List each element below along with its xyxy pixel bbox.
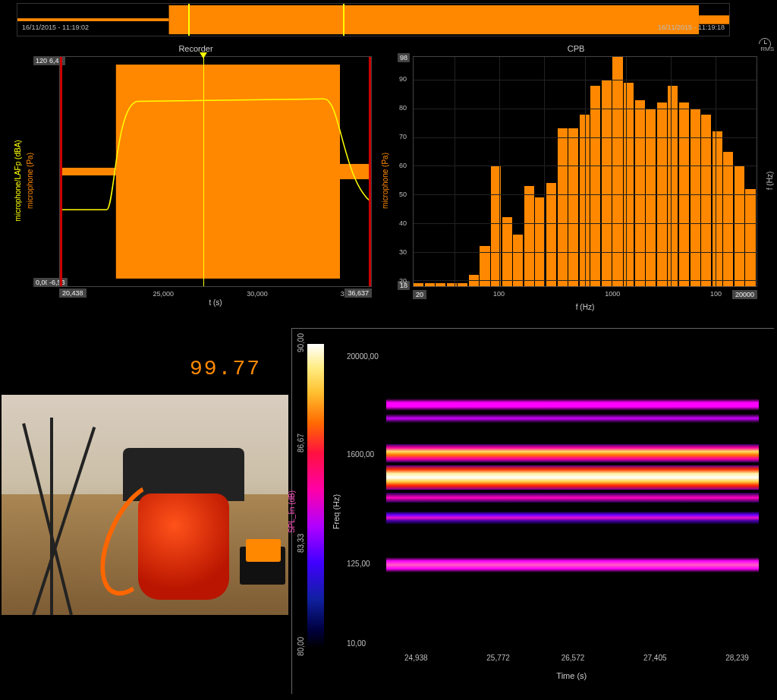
cpb-bar — [602, 80, 612, 286]
cpb-bar — [723, 152, 733, 286]
spectrogram-colorbar — [307, 344, 324, 648]
cpb-x-end: 20000 — [732, 290, 757, 299]
cpb-ytick: 40 — [399, 219, 407, 227]
spectrogram-panel: SPL_lin (dB) 90,0086,6783,3380,00 Freq (… — [291, 328, 774, 694]
svg-rect-0 — [17, 18, 169, 21]
cpb-bar — [745, 189, 755, 286]
cpb-panel: CPB RMS microphone (Pa) f (Hz) 98 18 203… — [382, 44, 769, 317]
cpb-bar — [668, 86, 678, 286]
cpb-bar — [436, 283, 445, 286]
cpb-bar — [414, 283, 423, 286]
spectrogram-xtick: 28,239 — [725, 654, 749, 662]
cpb-xtick: 100 — [493, 290, 505, 298]
cpb-xaxis: 20 100 1000 100 20000 f (Hz) — [413, 290, 757, 308]
colorbar-tick: 83,33 — [297, 534, 305, 553]
cpb-title: CPB — [382, 44, 769, 53]
cpb-bar — [646, 109, 656, 286]
cpb-bar — [568, 128, 578, 286]
spectrogram-xtick: 25,772 — [486, 654, 510, 662]
spectrogram-xtick: 24,938 — [404, 654, 428, 662]
cpb-bar — [624, 83, 634, 286]
recorder-waveform — [60, 57, 371, 286]
recorder-xaxis: 20,438 25,000 30,000 35 36,637 t (s) — [59, 289, 372, 304]
cpb-xtick: 100 — [710, 290, 722, 298]
recorder-xtick: 25,000 — [153, 290, 175, 298]
timestamp-end: 16/11/2015 - 11:19:18 — [658, 24, 725, 31]
recorder-xtick: 30,000 — [247, 290, 268, 298]
svg-rect-3 — [60, 168, 116, 175]
cpb-rms-label: RMS — [760, 46, 774, 52]
cpb-bar — [635, 100, 645, 286]
svg-rect-5 — [340, 164, 371, 179]
cpb-ylabel-right: f (Hz) — [766, 172, 774, 190]
cpb-ytick: 30 — [399, 248, 407, 256]
cpb-bar — [701, 115, 711, 287]
cpb-ytick: 90 — [399, 75, 407, 83]
cpb-bar — [690, 109, 700, 286]
spectrogram-ytick: 20000,00 — [347, 352, 379, 361]
overview-strip[interactable]: 16/11/2015 - 11:19:02 16/11/2015 - 11:19… — [17, 3, 730, 36]
recorder-cursor-handle[interactable] — [200, 52, 207, 58]
spectrogram-ylabel: Freq (Hz) — [332, 493, 341, 528]
recorder-xlabel: t (s) — [209, 298, 222, 307]
cpb-ytick: 80 — [399, 104, 407, 112]
overview-waveform — [17, 4, 729, 36]
spectrogram-xtick: 26,572 — [562, 654, 585, 662]
overview-selection[interactable] — [188, 4, 344, 36]
colorbar-label: SPL_lin (dB) — [288, 490, 296, 532]
cpb-bar — [513, 235, 523, 286]
svg-rect-2 — [699, 15, 729, 24]
cpb-bar — [735, 166, 744, 286]
svg-rect-4 — [116, 65, 340, 279]
timestamp-start: 16/11/2015 - 11:19:02 — [22, 24, 89, 31]
recorder-record-marker-left — [60, 57, 62, 286]
recorder-panel: Recorder microphone/LAFp (dBA) microphon… — [17, 44, 375, 317]
recorder-x-start: 20,438 — [59, 289, 87, 298]
spectrogram-ytick: 1600,00 — [347, 449, 374, 458]
camera-photo — [2, 395, 288, 615]
cpb-xtick: 1000 — [605, 290, 620, 298]
cpb-xlabel: f (Hz) — [576, 303, 594, 311]
spectrogram-plot[interactable] — [386, 344, 759, 648]
cpb-bar — [590, 86, 600, 286]
colorbar-tick: 90,00 — [297, 333, 305, 352]
spectrogram-ytick: 10,00 — [347, 639, 366, 647]
colorbar-tick: 80,00 — [297, 637, 305, 656]
spectrogram-ytick: 125,00 — [347, 560, 370, 568]
cpb-chart[interactable] — [413, 56, 757, 287]
spl-readout: 99.77 — [190, 357, 261, 380]
cpb-ylabel: microphone (Pa) — [381, 153, 389, 209]
cpb-ytick: 60 — [399, 162, 407, 169]
cpb-x-start: 20 — [413, 290, 426, 299]
recorder-ylabel-inner: microphone (Pa) — [26, 153, 34, 209]
cpb-bar — [425, 283, 435, 286]
cpb-ytick: 50 — [399, 191, 407, 198]
cpb-y-top: 98 — [398, 53, 410, 62]
colorbar-tick: 86,67 — [297, 434, 305, 452]
recorder-x-end: 36,637 — [344, 289, 372, 298]
recorder-ylabel-outer: microphone/LAFp (dBA) — [14, 140, 22, 221]
recorder-chart[interactable] — [59, 56, 372, 287]
cpb-ytick: 20 — [399, 277, 407, 285]
recorder-record-marker-right — [369, 57, 371, 286]
spectrogram-xtick: 27,405 — [643, 654, 667, 662]
spectrogram-xlabel: Time (s) — [556, 671, 587, 680]
recorder-cursor[interactable] — [203, 57, 204, 286]
cpb-bar — [713, 131, 722, 286]
cpb-bar — [458, 283, 467, 286]
cpb-bar — [524, 186, 534, 286]
cpb-bar — [546, 183, 556, 286]
cpb-ytick: 70 — [399, 133, 407, 140]
cpb-bar — [558, 128, 568, 286]
recorder-title: Recorder — [17, 44, 375, 53]
